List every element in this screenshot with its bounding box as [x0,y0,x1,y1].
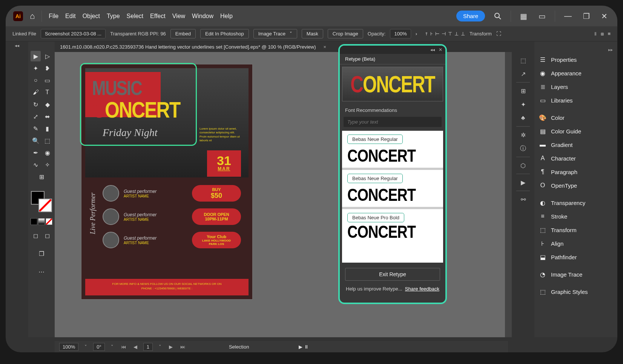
home-icon[interactable]: ⌂ [30,11,35,21]
edit-photoshop-button[interactable]: Edit In Photoshop [200,29,249,38]
pen-tool-icon[interactable]: ✒ [31,147,41,158]
artboard[interactable]: MUSIC CONCERT Friday Night Lorem ipsum d… [81,64,253,300]
eraser-tool-icon[interactable]: ◆ [42,99,52,110]
brush-tool-icon[interactable]: 🖌 [31,87,41,98]
blob-tool-icon[interactable]: ◉ [42,147,52,158]
swatches-icon[interactable]: ⊞ [518,86,528,96]
panel-stroke[interactable]: ≡Stroke [539,210,613,223]
panel-gradient[interactable]: ▬Gradient [539,138,613,151]
close-icon[interactable]: ✕ [599,12,610,21]
fill-stroke-swatches[interactable] [31,191,52,212]
rectangle-tool-icon[interactable]: ▭ [42,75,52,86]
menu-type[interactable]: Type [107,13,120,20]
cube-icon[interactable]: ⬡ [518,160,528,171]
more-icons[interactable]: ⫴ ⊞ ≡ [594,31,611,37]
rotate-tool-icon[interactable]: ↻ [31,99,41,110]
width-tool-icon[interactable]: ⬌ [42,111,52,122]
zoom-dropdown-icon[interactable]: ˅ [83,344,89,350]
scrollbar-vertical[interactable] [505,52,512,337]
panel-opentype[interactable]: OOpenType [539,179,613,192]
tab-close-icon[interactable]: × [324,44,327,50]
panel-appearance[interactable]: ◉Appearance [539,66,613,80]
prev-artboard-icon[interactable]: ◀ [132,344,139,350]
font-card[interactable]: Bebas Neue Regular CONCERT [342,131,443,168]
share-button[interactable]: Share [456,11,485,21]
search-icon[interactable] [492,12,504,20]
zoom-tool-icon[interactable]: 🔍 [31,135,41,146]
panel-image-trace[interactable]: ◔Image Trace [539,268,613,281]
menu-edit[interactable]: Edit [65,13,76,20]
minimize-icon[interactable]: — [562,12,574,20]
arrange-icon[interactable]: ▦ [518,12,529,21]
scale-tool-icon[interactable]: ⤢ [31,111,41,122]
type-tool-icon[interactable]: T [42,87,52,98]
font-list[interactable]: Bebas Neue Regular CONCERT Bebas Neue Re… [342,131,443,263]
opacity-field[interactable]: 100% [390,29,411,38]
menu-window[interactable]: Window [192,13,213,20]
color-mode-icon[interactable] [31,218,37,225]
curvature-tool-icon[interactable]: ∿ [31,159,41,170]
chevron-right-icon[interactable]: › [416,31,417,37]
font-name[interactable]: Bebas Neue Regular [347,135,403,144]
font-card[interactable]: Bebas Neue Pro Bold CONCERT [342,209,443,244]
retype-tab[interactable]: Retype (Beta) [340,54,445,64]
brushes-icon[interactable]: ✦ [518,99,528,110]
transform-icon[interactable]: ⛶ [496,31,501,37]
menu-view[interactable]: View [172,13,185,20]
menu-help[interactable]: Help [220,13,233,20]
panel-libraries[interactable]: ▭Libraries [539,93,613,107]
menu-object[interactable]: Object [83,13,100,20]
selection-tool-icon[interactable]: ▶ [31,51,41,61]
first-artboard-icon[interactable]: ⏮ [120,344,127,350]
embed-button[interactable]: Embed [170,29,196,38]
ellipse-tool-icon[interactable]: ○ [31,75,41,86]
rotation-dropdown-icon[interactable]: ˅ [109,344,115,350]
font-name[interactable]: Bebas Neue Regular [347,174,403,183]
panel-transform[interactable]: ⬚Transform [539,223,613,237]
shaper-tool-icon[interactable]: ✧ [42,159,52,170]
panel-transparency[interactable]: ◐Transparency [539,196,613,210]
artboard-dropdown-icon[interactable]: ˅ [157,344,163,350]
workspace-icon[interactable]: ▭ [536,12,548,21]
image-trace-button[interactable]: Image Trace ˅ [253,29,297,38]
symbols-icon[interactable]: ♣ [518,113,528,123]
artboard-field[interactable]: 1 [143,343,153,351]
next-artboard-icon[interactable]: ▶ [167,344,174,350]
menu-effect[interactable]: Effect [150,13,166,20]
retype-text-input[interactable]: Type your text [344,117,442,127]
font-card[interactable]: Bebas Neue Regular CONCERT [342,170,443,207]
panel-close-icon[interactable]: ✕ [439,47,442,52]
direct-selection-tool-icon[interactable]: ▷ [42,51,52,61]
panel-align[interactable]: ⊦Align [539,237,613,250]
gradient-tool-icon[interactable]: ▮ [42,123,52,134]
panel-color[interactable]: 🎨Color [539,111,613,124]
share-feedback-link[interactable]: Share feedback [405,286,439,292]
artboard-tool-icon[interactable]: ⬚ [42,135,52,146]
exit-retype-button[interactable]: Exit Retype [345,268,440,281]
more-tools-icon[interactable]: ⋯ [36,266,47,277]
info-icon[interactable]: ⓘ [518,143,528,154]
gradient-mode-icon[interactable] [38,218,45,225]
panel-min-icon[interactable]: ◂◂ [430,47,435,52]
last-artboard-icon[interactable]: ⏭ [179,344,187,350]
none-mode-icon[interactable] [46,218,52,225]
nav-play-icon[interactable]: ▶ ⏸ [299,344,309,350]
panel-paragraph[interactable]: ¶Paragraph [539,165,613,179]
panel-layers[interactable]: ≣Layers [539,80,613,93]
panel-pathfinder[interactable]: ⬓Pathfinder [539,250,613,264]
lasso-tool-icon[interactable]: ❥ [42,63,52,73]
export-icon[interactable]: ⬚ [518,55,528,66]
align-icons[interactable]: ⫯⊦⊢⊣⊤⊥⊥ [425,31,465,37]
panel-properties[interactable]: ☰Properties [539,53,613,66]
panel-character[interactable]: ACharacter [539,151,613,165]
rotation-field[interactable]: 0° [93,343,104,351]
eyedropper-tool-icon[interactable]: ✎ [31,123,41,134]
share-icon[interactable]: ↗ [518,69,528,79]
crop-button[interactable]: Crop Image [328,29,363,38]
transform-label[interactable]: Transform [470,31,492,37]
screen-mode2-icon[interactable]: ◻ [42,230,52,241]
screen-mode-icon[interactable]: ◻ [31,230,41,241]
font-name[interactable]: Bebas Neue Pro Bold [347,213,404,222]
wand-tool-icon[interactable]: ✦ [31,63,41,73]
filename-field[interactable]: Screenshot 2023-03-08 ... [41,29,106,38]
